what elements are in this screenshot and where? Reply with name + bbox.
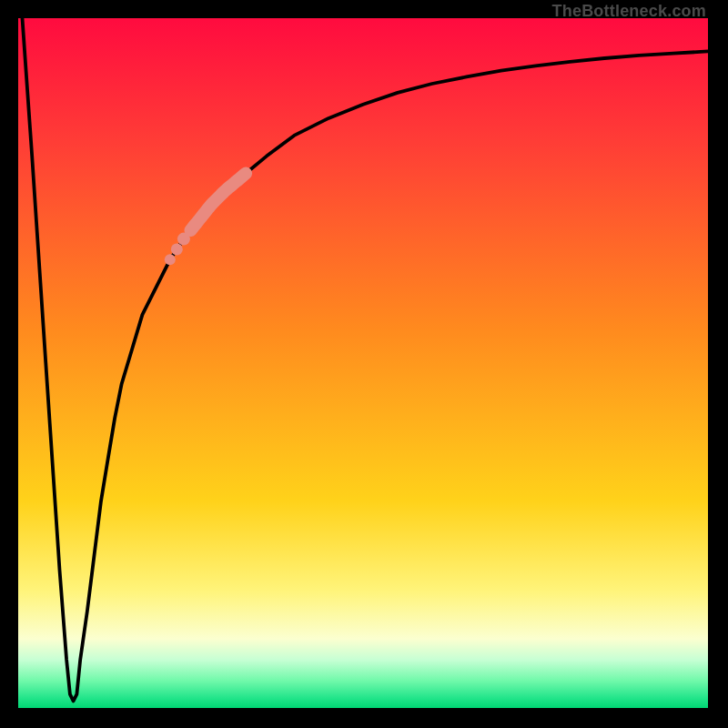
highlight-dot xyxy=(177,233,190,246)
highlight-dot xyxy=(165,254,176,265)
highlight-dot xyxy=(171,243,183,255)
highlight-segment xyxy=(191,174,247,231)
bottleneck-curve xyxy=(23,18,709,701)
highlight-markers xyxy=(165,174,246,266)
plot-area xyxy=(18,18,708,708)
curve-layer xyxy=(18,18,708,708)
chart-frame: TheBottleneck.com xyxy=(0,0,728,728)
